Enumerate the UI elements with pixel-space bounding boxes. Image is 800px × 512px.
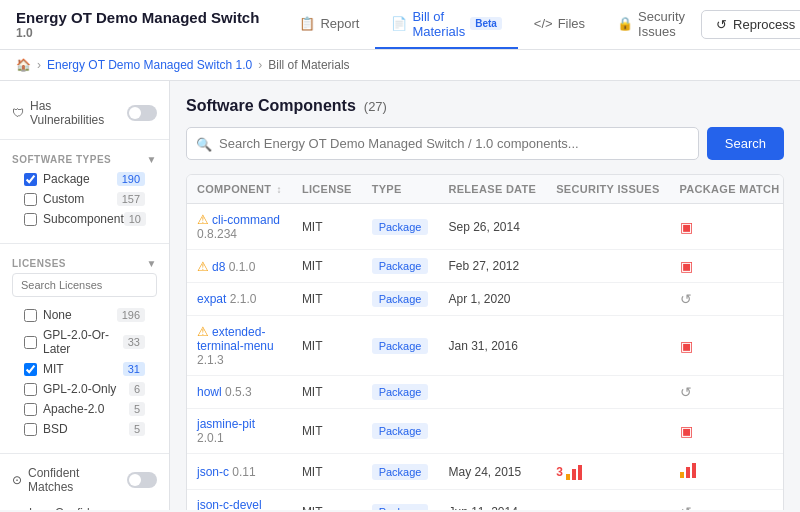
breadcrumb-product[interactable]: Energy OT Demo Managed Switch 1.0	[47, 58, 252, 72]
release-date-cell: Sep 26, 2014	[438, 204, 546, 250]
main-layout: 🛡 Has Vulnerabilities SOFTWARE TYPES ▼ P…	[0, 81, 800, 510]
tab-bom[interactable]: 📄 Bill of Materials Beta	[375, 0, 517, 49]
component-name-cell: howl 0.5.3	[187, 376, 292, 409]
report-icon: 📋	[299, 16, 315, 31]
type-badge: Package	[372, 464, 429, 480]
license-apache-checkbox[interactable]	[24, 403, 37, 416]
type-cell: Package	[362, 250, 439, 283]
release-date-cell: Jun 11, 2014	[438, 490, 546, 511]
search-input-wrap: 🔍	[186, 127, 699, 160]
type-custom-row: Custom 157	[12, 189, 157, 209]
confident-matches-toggle[interactable]	[127, 472, 157, 488]
license-cell: MIT	[292, 454, 362, 490]
license-cell: MIT	[292, 376, 362, 409]
type-subcomponent-checkbox[interactable]	[24, 213, 37, 226]
has-vulnerabilities-toggle[interactable]	[127, 105, 157, 121]
type-package-checkbox[interactable]	[24, 173, 37, 186]
security-issues-cell: 3	[546, 454, 669, 490]
release-date-cell: Apr 1, 2020	[438, 283, 546, 316]
type-badge: Package	[372, 384, 429, 400]
license-bsd-checkbox[interactable]	[24, 423, 37, 436]
software-types-header: SOFTWARE TYPES ▼	[0, 146, 169, 169]
license-cell: MIT	[292, 316, 362, 376]
type-badge: Package	[372, 423, 429, 439]
package-match-cell: ▣	[670, 204, 784, 250]
breadcrumb: 🏠 › Energy OT Demo Managed Switch 1.0 › …	[0, 50, 800, 81]
release-date-cell	[438, 376, 546, 409]
license-mit-checkbox[interactable]	[24, 363, 37, 376]
component-name-cell: jasmine-pit 2.0.1	[187, 409, 292, 454]
confident-matches-row: ⊙ Confident Matches	[0, 460, 169, 500]
search-licenses-input[interactable]	[12, 273, 157, 297]
license-cell: MIT	[292, 250, 362, 283]
component-link[interactable]: json-c 0.11	[197, 465, 256, 479]
security-issues-cell	[546, 409, 669, 454]
type-package-count: 190	[117, 172, 145, 186]
tab-files[interactable]: </> Files	[518, 0, 601, 49]
col-type[interactable]: TYPE	[362, 175, 439, 204]
components-count: (27)	[364, 99, 387, 114]
search-input[interactable]	[186, 127, 699, 160]
license-gpl2-or-later-checkbox[interactable]	[24, 336, 37, 349]
tab-security[interactable]: 🔒 Security Issues	[601, 0, 701, 49]
package-match-cell: ▣	[670, 250, 784, 283]
breadcrumb-current: Bill of Materials	[268, 58, 349, 72]
bom-icon: 📄	[391, 16, 407, 31]
licenses-section: None 196 GPL-2.0-Or-Later 33 MIT 31	[0, 305, 169, 447]
license-cell: MIT	[292, 204, 362, 250]
package-match-icon	[680, 467, 698, 481]
header-actions: ↺ Reprocess ⬇ Download Report	[701, 3, 800, 47]
release-date-cell	[438, 409, 546, 454]
component-link[interactable]: howl 0.5.3	[197, 385, 252, 399]
security-icon: 🔒	[617, 16, 633, 31]
license-none-row: None 196	[12, 305, 157, 325]
search-button[interactable]: Search	[707, 127, 784, 160]
security-issues-cell	[546, 283, 669, 316]
licenses-header: LICENSES ▼	[0, 250, 169, 273]
package-match-cell: ↺	[670, 490, 784, 511]
license-mit-count: 31	[123, 362, 145, 376]
package-match-icon: ↺	[680, 291, 692, 307]
type-custom-checkbox[interactable]	[24, 193, 37, 206]
package-match-icon: ▣	[680, 423, 693, 439]
component-name-cell: json-c-devel 0.11	[187, 490, 292, 511]
component-link[interactable]: d8 0.1.0	[212, 260, 255, 274]
component-link[interactable]: expat 2.1.0	[197, 292, 256, 306]
license-none-checkbox[interactable]	[24, 309, 37, 322]
type-cell: Package	[362, 204, 439, 250]
beta-badge: Beta	[470, 17, 502, 30]
home-icon[interactable]: 🏠	[16, 58, 31, 72]
license-cell: MIT	[292, 283, 362, 316]
tab-report[interactable]: 📋 Report	[283, 0, 375, 49]
low-confidence-row: ⚠ Low-Confidence Matches	[0, 500, 169, 510]
warn-icon: ⚠	[197, 212, 209, 227]
package-match-icon: ▣	[680, 338, 693, 354]
col-license[interactable]: LICENSE	[292, 175, 362, 204]
component-link[interactable]: cli-command 0.8.234	[197, 213, 280, 241]
type-cell: Package	[362, 454, 439, 490]
app-title: Energy OT Demo Managed Switch 1.0	[16, 9, 259, 40]
warn-icon: ⚠	[197, 259, 209, 274]
type-badge: Package	[372, 258, 429, 274]
col-release-date[interactable]: RELEASE DATE	[438, 175, 546, 204]
component-name-cell: ⚠d8 0.1.0	[187, 250, 292, 283]
component-name-cell: ⚠cli-command 0.8.234	[187, 204, 292, 250]
table-row: ⚠d8 0.1.0 MIT Package Feb 27, 2012 ▣	[187, 250, 784, 283]
component-link[interactable]: jasmine-pit 2.0.1	[197, 417, 255, 445]
license-bsd-count: 5	[129, 422, 145, 436]
col-component[interactable]: COMPONENT ↕	[187, 175, 292, 204]
svg-rect-0	[566, 474, 570, 480]
license-gpl2-only-checkbox[interactable]	[24, 383, 37, 396]
svg-rect-4	[686, 467, 690, 478]
licenses-search-section	[0, 273, 169, 305]
type-cell: Package	[362, 316, 439, 376]
app-header: Energy OT Demo Managed Switch 1.0 📋 Repo…	[0, 0, 800, 50]
reprocess-button[interactable]: ↺ Reprocess	[701, 10, 800, 39]
package-match-icon: ↺	[680, 384, 692, 400]
col-package-match[interactable]: PACKAGE MATCH	[670, 175, 784, 204]
col-security[interactable]: SECURITY ISSUES	[546, 175, 669, 204]
component-link[interactable]: json-c-devel 0.11	[197, 498, 262, 510]
svg-rect-3	[680, 472, 684, 478]
release-date-cell: Jan 31, 2016	[438, 316, 546, 376]
table-row: ⚠cli-command 0.8.234 MIT Package Sep 26,…	[187, 204, 784, 250]
